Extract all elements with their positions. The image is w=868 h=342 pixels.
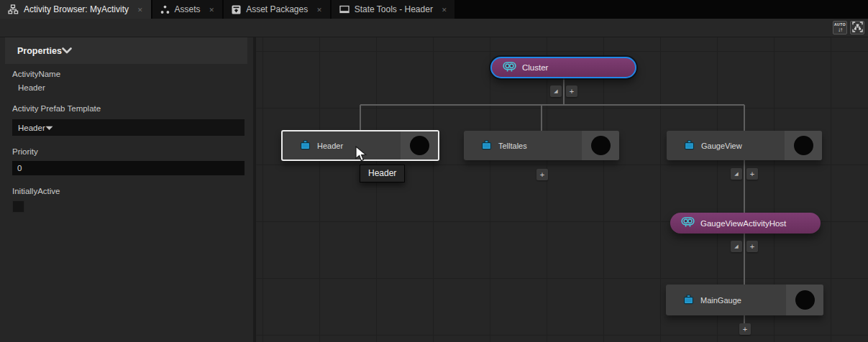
node-telltales[interactable]: Telltales (464, 131, 619, 160)
collapse-children-button[interactable]: ◢ (550, 86, 562, 97)
properties-panel: Properties ActivityName Header Activity … (0, 37, 253, 342)
tooltip-text: Header (368, 168, 396, 178)
activity-host-icon (503, 62, 516, 74)
node-label: GaugeView (701, 142, 742, 150)
add-child-button[interactable]: + (746, 168, 758, 180)
port-section (785, 131, 822, 160)
tab-asset-packages[interactable]: Asset Packages ✕ (224, 0, 330, 19)
close-icon[interactable]: ✕ (316, 6, 322, 14)
node-gauge-view-activity-host[interactable]: GaugeViewActivityHost (670, 213, 821, 234)
prefab-template-value: Header (18, 124, 45, 132)
prefab-icon (684, 140, 695, 152)
assets-icon (160, 5, 170, 14)
prefab-template-select[interactable]: Header (12, 119, 245, 136)
activity-name-label: ActivityName (12, 69, 245, 79)
auto-layout-button[interactable]: AUTO ↓↑ (833, 21, 847, 34)
auto-label: AUTO (834, 23, 846, 27)
port-section (401, 131, 438, 160)
activity-name-value: Header (18, 83, 245, 93)
initially-active-label: InitiallyActive (12, 186, 245, 196)
connection-port[interactable] (795, 290, 815, 310)
node-label: GaugeViewActivityHost (700, 219, 786, 228)
close-icon[interactable]: ✕ (442, 6, 447, 14)
tab-bar: Activity Browser: MyActivity ✕ Assets ✕ … (0, 0, 868, 19)
initially-active-checkbox[interactable] (12, 200, 24, 213)
mouse-cursor-icon (355, 146, 367, 165)
tab-label: Assets (175, 4, 201, 14)
node-label: Telltales (498, 142, 527, 150)
plus-icon: + (743, 325, 747, 333)
node-label: Cluster (522, 63, 548, 72)
add-child-button[interactable]: + (566, 86, 577, 97)
collapse-children-button[interactable]: ◢ (731, 241, 742, 252)
add-child-button[interactable]: + (746, 241, 758, 252)
plus-icon: + (570, 88, 574, 96)
state-tools-icon (339, 5, 350, 14)
node-body: MainGauge (666, 285, 786, 315)
collapse-children-button[interactable]: ◢ (731, 168, 742, 180)
node-label: Header (317, 142, 343, 150)
prefab-icon (683, 295, 694, 306)
node-cluster[interactable]: Cluster (490, 57, 636, 78)
panel-title: Properties (17, 46, 62, 56)
node-body: GaugeView (667, 131, 785, 160)
connection-port[interactable] (591, 136, 611, 155)
close-icon[interactable]: ✕ (137, 6, 143, 14)
priority-label: Priority (12, 147, 245, 157)
chevron-down-icon (62, 46, 72, 56)
port-section (786, 285, 823, 315)
auto-arrows-icon: ↓↑ (838, 27, 842, 33)
graph-toolbar: AUTO ↓↑ (0, 19, 868, 37)
properties-header[interactable]: Properties (5, 37, 247, 64)
tab-label: Activity Browser: MyActivity (24, 4, 129, 14)
add-child-button[interactable]: + (536, 169, 548, 180)
node-body: Header (283, 131, 401, 160)
tab-activity-browser[interactable]: Activity Browser: MyActivity ✕ (0, 0, 151, 19)
collapse-icon: ◢ (734, 171, 738, 177)
tooltip: Header (360, 165, 405, 182)
connection-port[interactable] (794, 136, 813, 155)
node-body: Telltales (464, 131, 582, 160)
properties-fields: ActivityName Header Activity Prefab Temp… (12, 69, 245, 213)
tab-label: Asset Packages (246, 4, 308, 14)
collapse-icon: ◢ (734, 244, 738, 249)
plus-icon: + (540, 171, 544, 179)
priority-input[interactable] (12, 161, 245, 175)
prefab-template-label: Activity Prefab Template (12, 103, 245, 114)
close-icon[interactable]: ✕ (209, 6, 215, 14)
plus-icon: + (750, 170, 754, 178)
node-label: MainGauge (700, 296, 741, 305)
tab-assets[interactable]: Assets ✕ (152, 0, 223, 19)
connection-port[interactable] (410, 136, 429, 155)
port-section (582, 131, 619, 160)
node-main-gauge[interactable]: MainGauge (666, 285, 823, 315)
activity-browser-icon (8, 4, 19, 14)
tab-label: State Tools - Header (355, 4, 433, 14)
fit-to-view-button[interactable] (850, 21, 864, 34)
add-child-button[interactable]: + (739, 323, 751, 335)
plus-icon: + (750, 243, 754, 251)
activity-graph-canvas[interactable]: Cluster ◢ + Header (256, 37, 868, 342)
asset-packages-icon (232, 5, 241, 14)
node-gauge-view[interactable]: GaugeView (667, 131, 822, 160)
prefab-icon (481, 140, 492, 152)
chevron-down-icon (45, 124, 53, 132)
prefab-icon (300, 140, 311, 152)
tab-state-tools[interactable]: State Tools - Header ✕ (332, 0, 455, 19)
collapse-icon: ◢ (554, 88, 557, 94)
fit-to-view-icon (852, 22, 863, 34)
activity-host-icon (681, 217, 695, 229)
